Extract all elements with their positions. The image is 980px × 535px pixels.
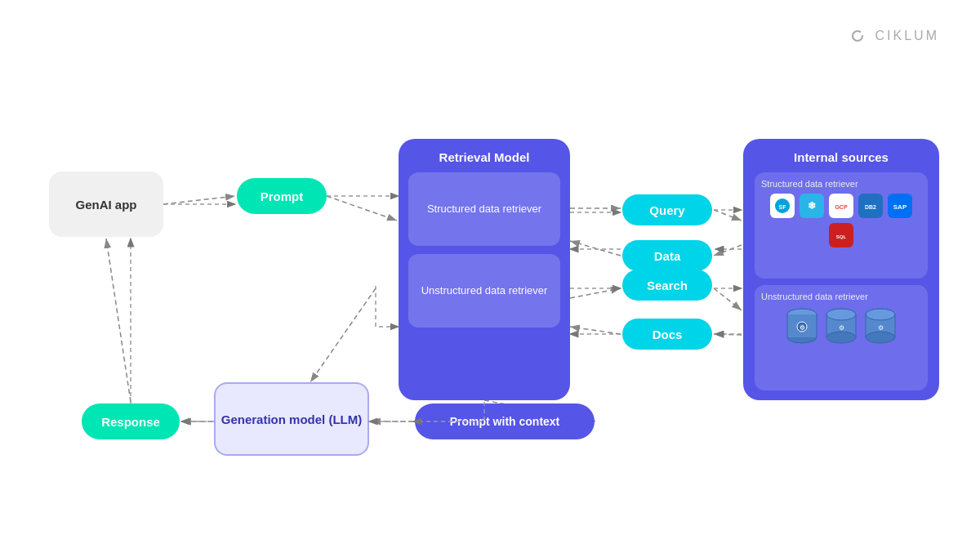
- svg-line-12: [570, 288, 621, 298]
- search-label: Search: [647, 279, 688, 292]
- prompt-label: Prompt: [261, 189, 304, 203]
- structured-logos-row: SF ❄ GCP DB2 SAP: [761, 194, 921, 247]
- query-label: Query: [649, 203, 684, 217]
- svg-point-39: [826, 309, 856, 320]
- logo-text: CIKLUM: [875, 29, 939, 43]
- svg-line-15: [714, 245, 742, 256]
- svg-text:DB2: DB2: [865, 204, 876, 210]
- svg-text:❄: ❄: [808, 200, 816, 212]
- retrieval-model-box: Retrieval Model Structured data retrieve…: [399, 139, 570, 400]
- data-label: Data: [654, 249, 681, 263]
- svg-line-11: [570, 241, 621, 256]
- prompt-context-label: Prompt with context: [450, 415, 560, 428]
- internal-structured-label: Structured data retriever: [761, 179, 921, 189]
- docs-label: Docs: [653, 328, 683, 341]
- svg-point-43: [866, 332, 895, 343]
- prompt-context-pill: Prompt with context: [415, 403, 595, 439]
- data-pill: Data: [622, 240, 712, 271]
- db2-logo: DB2: [858, 194, 883, 218]
- svg-text:SAP: SAP: [893, 203, 907, 211]
- svg-line-14: [714, 210, 742, 221]
- svg-text:⚙: ⚙: [878, 324, 884, 332]
- retrieval-title: Retrieval Model: [439, 150, 530, 164]
- snowflake-logo: ❄: [800, 194, 824, 218]
- svg-text:GCP: GCP: [835, 204, 848, 210]
- svg-text:SF: SF: [779, 204, 787, 210]
- internal-unstructured-box: Unstructured data retriever ⚙: [755, 285, 928, 391]
- diagram-canvas: CIKLUM: [0, 0, 980, 535]
- unstructured-logos-row: ⚙ ⚙ ⚙: [761, 306, 921, 347]
- response-pill: Response: [82, 403, 180, 439]
- db-icon-2: ⚙: [824, 306, 858, 347]
- svg-text:SQL: SQL: [836, 234, 847, 239]
- sqlserver-logo: SQL: [829, 223, 853, 247]
- response-label: Response: [101, 415, 160, 429]
- generation-label: Generation model (LLM): [221, 412, 363, 426]
- db-icon-1: ⚙: [785, 306, 819, 347]
- docs-pill: Docs: [622, 319, 712, 350]
- generation-model-box: Generation model (LLM): [214, 382, 369, 456]
- svg-line-13: [570, 327, 621, 334]
- query-pill: Query: [622, 194, 712, 225]
- svg-line-9: [106, 239, 131, 402]
- svg-text:⚙: ⚙: [839, 324, 844, 332]
- svg-point-38: [826, 332, 856, 343]
- svg-point-44: [866, 309, 895, 320]
- svg-line-6: [310, 288, 376, 382]
- svg-text:⚙: ⚙: [800, 324, 805, 332]
- svg-line-16: [714, 288, 742, 310]
- salesforce-logo: SF: [770, 194, 795, 218]
- search-pill: Search: [622, 270, 712, 301]
- internal-sources-title: Internal sources: [755, 150, 928, 164]
- svg-line-3: [327, 196, 397, 221]
- unstructured-label: Unstructured data retriever: [421, 283, 548, 298]
- genai-label: GenAI app: [75, 198, 136, 212]
- db-icon-3: ⚙: [863, 306, 898, 347]
- gcp-logo: GCP: [829, 194, 853, 218]
- internal-unstructured-label: Unstructured data retriever: [761, 292, 921, 301]
- internal-structured-box: Structured data retriever SF ❄ GCP DB2: [755, 172, 928, 279]
- svg-line-2: [163, 196, 235, 204]
- unstructured-data-retriever-box: Unstructured data retriever: [408, 254, 560, 328]
- genai-app-box: GenAI app: [49, 172, 163, 237]
- structured-label: Structured data retriever: [427, 202, 541, 216]
- ciklum-logo: CIKLUM: [846, 25, 939, 47]
- prompt-pill: Prompt: [237, 178, 327, 214]
- svg-line-17: [714, 334, 742, 335]
- sap-logo: SAP: [888, 194, 912, 218]
- internal-sources-box: Internal sources Structured data retriev…: [743, 139, 939, 400]
- structured-data-retriever-box: Structured data retriever: [408, 172, 560, 246]
